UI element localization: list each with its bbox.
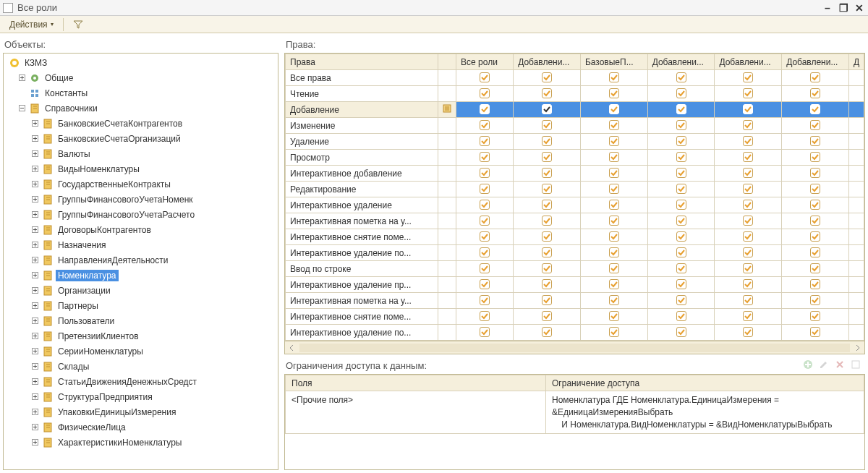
- rights-check-cell[interactable]: [647, 102, 715, 118]
- minimize-button[interactable]: –: [822, 2, 833, 14]
- restriction-fields-cell[interactable]: <Прочие поля>: [286, 391, 546, 434]
- rights-check-cell[interactable]: [580, 70, 647, 86]
- rights-check-cell[interactable]: [456, 277, 514, 293]
- restrictions-col-restriction[interactable]: Ограничение доступа: [546, 375, 864, 391]
- tree-toggle-icon[interactable]: [30, 255, 40, 265]
- rights-check-cell[interactable]: [647, 150, 715, 166]
- rights-check-cell[interactable]: [514, 293, 581, 309]
- rights-check-cell[interactable]: [715, 213, 782, 229]
- rights-col-header[interactable]: БазовыеП...: [580, 54, 647, 70]
- rights-check-cell[interactable]: [715, 102, 782, 118]
- rights-check-cell[interactable]: [456, 166, 514, 182]
- tree-toggle-icon[interactable]: [30, 286, 40, 296]
- rights-row[interactable]: Ввод по строке: [286, 261, 864, 277]
- tree-toggle-icon[interactable]: [30, 119, 40, 129]
- tree-item[interactable]: БанковскиеСчетаКонтрагентов: [4, 116, 278, 131]
- tree-item[interactable]: ДоговорыКонтрагентов: [4, 222, 278, 237]
- rights-check-cell[interactable]: [782, 182, 849, 197]
- rights-check-cell[interactable]: [715, 261, 782, 277]
- rights-check-cell[interactable]: [647, 86, 715, 102]
- tree-item[interactable]: ФизическиеЛица: [4, 419, 278, 435]
- tree-toggle-icon[interactable]: [30, 377, 40, 387]
- rights-row[interactable]: Чтение: [286, 86, 864, 102]
- rights-check-cell[interactable]: [782, 325, 849, 341]
- rights-check-cell[interactable]: [514, 102, 581, 118]
- rights-check-cell[interactable]: [647, 197, 715, 213]
- rights-row[interactable]: Интерактивное удаление пр...: [286, 277, 864, 293]
- tree-toggle-icon[interactable]: [17, 73, 27, 83]
- rights-check-cell[interactable]: [514, 309, 581, 325]
- rights-check-cell[interactable]: [514, 166, 581, 182]
- rights-check-cell[interactable]: [782, 166, 849, 182]
- maximize-button[interactable]: ❐: [838, 2, 849, 14]
- rights-check-cell[interactable]: [715, 197, 782, 213]
- rights-row[interactable]: Интерактивное снятие поме...: [286, 229, 864, 245]
- rights-check-cell[interactable]: [782, 245, 849, 261]
- rights-check-cell[interactable]: [456, 150, 514, 166]
- tree-toggle-icon[interactable]: [17, 88, 27, 98]
- tree-item[interactable]: Номенклатура: [4, 268, 278, 283]
- tree-toggle-icon[interactable]: [30, 240, 40, 250]
- rights-check-cell[interactable]: [782, 86, 849, 102]
- tree-toggle-icon[interactable]: [30, 270, 40, 281]
- scroll-left-button[interactable]: [285, 342, 298, 354]
- rights-check-cell[interactable]: [782, 261, 849, 277]
- rights-check-cell[interactable]: [580, 86, 647, 102]
- rights-check-cell[interactable]: [514, 182, 581, 197]
- tree-item[interactable]: Склады: [4, 359, 278, 374]
- rights-check-cell[interactable]: [715, 293, 782, 309]
- rights-row[interactable]: Интерактивное удаление: [286, 197, 864, 213]
- tree-item[interactable]: УпаковкиЕдиницыИзмерения: [4, 404, 278, 419]
- rights-check-cell[interactable]: [782, 197, 849, 213]
- rights-check-cell[interactable]: [514, 118, 581, 134]
- tree-toggle-icon[interactable]: [30, 134, 40, 144]
- rights-check-cell[interactable]: [456, 229, 514, 245]
- rights-check-cell[interactable]: [647, 182, 715, 197]
- rights-check-cell[interactable]: [456, 134, 514, 150]
- tree-item[interactable]: СтатьиДвиженияДенежныхСредст: [4, 374, 278, 389]
- rights-check-cell[interactable]: [456, 197, 514, 213]
- rights-check-cell[interactable]: [456, 182, 514, 197]
- tree-item[interactable]: Пользователи: [4, 313, 278, 328]
- tree-item[interactable]: ХарактеристикиНоменклатуры: [4, 435, 278, 450]
- tree-item[interactable]: ГосударственныеКонтракты: [4, 176, 278, 192]
- tree-item[interactable]: Назначения: [4, 237, 278, 252]
- rights-row[interactable]: Все права: [286, 70, 864, 86]
- rights-check-cell[interactable]: [580, 309, 647, 325]
- rights-check-cell[interactable]: [715, 150, 782, 166]
- rights-check-cell[interactable]: [456, 213, 514, 229]
- rights-row[interactable]: Интерактивная пометка на у...: [286, 213, 864, 229]
- rights-check-cell[interactable]: [514, 70, 581, 86]
- rights-check-cell[interactable]: [580, 261, 647, 277]
- close-button[interactable]: ✕: [854, 2, 865, 14]
- rights-row[interactable]: Интерактивное добавление: [286, 166, 864, 182]
- tree-toggle-icon[interactable]: [30, 210, 40, 220]
- delete-restriction-button[interactable]: [833, 358, 846, 371]
- rights-row[interactable]: Интерактивное удаление по...: [286, 325, 864, 341]
- restriction-text-cell[interactable]: Номенклатура ГДЕ Номенклатура.ЕдиницаИзм…: [546, 391, 864, 434]
- rights-table[interactable]: ПраваВсе ролиДобавлени...БазовыеП...Доба…: [285, 54, 864, 341]
- tree-item[interactable]: ВидыНоменклатуры: [4, 161, 278, 176]
- rights-check-cell[interactable]: [647, 277, 715, 293]
- rights-check-cell[interactable]: [456, 245, 514, 261]
- rights-row[interactable]: Интерактивная пометка на у...: [286, 293, 864, 309]
- tree-item[interactable]: Партнеры: [4, 298, 278, 313]
- tree-toggle-icon[interactable]: [30, 164, 40, 174]
- rights-check-cell[interactable]: [514, 197, 581, 213]
- rights-col-header[interactable]: Добавлени...: [715, 54, 782, 70]
- rights-check-cell[interactable]: [715, 86, 782, 102]
- tree-item[interactable]: Общие: [4, 70, 278, 85]
- tree-toggle-icon[interactable]: [30, 392, 40, 402]
- rights-check-cell[interactable]: [580, 102, 647, 118]
- rights-check-cell[interactable]: [456, 325, 514, 341]
- rights-check-cell[interactable]: [514, 134, 581, 150]
- filter-button[interactable]: [68, 17, 88, 32]
- rights-check-cell[interactable]: [782, 293, 849, 309]
- rights-check-cell[interactable]: [715, 245, 782, 261]
- tree-item[interactable]: Организации: [4, 283, 278, 298]
- restriction-row[interactable]: <Прочие поля> Номенклатура ГДЕ Номенклат…: [286, 391, 864, 434]
- rights-check-cell[interactable]: [580, 166, 647, 182]
- rights-check-cell[interactable]: [647, 293, 715, 309]
- rights-check-cell[interactable]: [715, 309, 782, 325]
- tree-toggle-icon[interactable]: [30, 316, 40, 326]
